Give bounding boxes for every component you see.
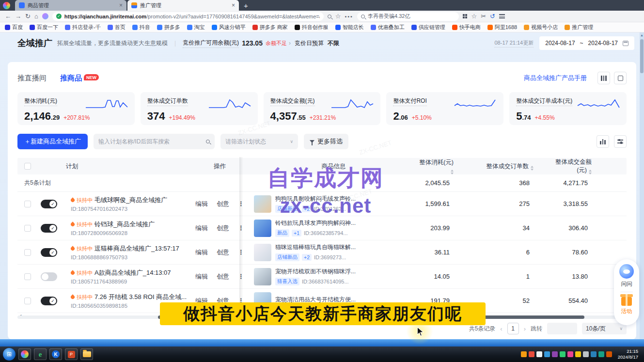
bookmark-item[interactable]: 百度 bbox=[5, 24, 23, 31]
edit-link[interactable]: 编辑 bbox=[195, 272, 208, 281]
more-filters-button[interactable]: 更多筛选 bbox=[304, 134, 348, 149]
bookmark-item[interactable]: 阿里1688 bbox=[487, 24, 517, 31]
more-actions-icon[interactable]: ⋮ bbox=[238, 273, 244, 280]
bookmark-item[interactable]: 拼多多 bbox=[157, 24, 180, 31]
ask-button[interactable]: 问问 bbox=[621, 281, 632, 288]
browser-logo-icon[interactable] bbox=[3, 2, 10, 9]
browser-tab-promotion[interactable]: 推广管理 × bbox=[127, 0, 239, 11]
row-checkbox[interactable] bbox=[24, 225, 31, 232]
tray-icon[interactable] bbox=[598, 351, 604, 357]
more-actions-icon[interactable]: ⋮ bbox=[238, 249, 244, 256]
header-amount[interactable]: 整体成交金额(元) bbox=[553, 158, 627, 174]
date-range-picker[interactable]: 2024-08-17 ~ 2024-08-17 bbox=[539, 36, 634, 50]
plan-search-input[interactable] bbox=[98, 138, 190, 145]
taskbar-ie-icon[interactable]: e bbox=[34, 348, 47, 360]
start-button[interactable]: ⊞ bbox=[3, 348, 16, 361]
column-settings-button[interactable] bbox=[597, 72, 610, 84]
row-toggle[interactable] bbox=[41, 224, 57, 233]
tray-icon[interactable] bbox=[536, 351, 542, 357]
bookmark-item[interactable]: 视频号小店 bbox=[524, 24, 558, 31]
creative-link[interactable]: 创意 bbox=[217, 200, 229, 208]
tray-icon[interactable] bbox=[591, 351, 597, 357]
zoom-search-icon[interactable] bbox=[328, 15, 331, 18]
bookmark-item[interactable]: 首页 bbox=[108, 24, 126, 31]
plan-name[interactable]: 7.26 开结梳 3.58 ROI 商品全域... bbox=[94, 293, 187, 301]
forward-icon[interactable]: → bbox=[15, 13, 21, 19]
row-checkbox[interactable] bbox=[24, 298, 31, 304]
row-checkbox[interactable] bbox=[24, 273, 31, 280]
taskbar-folder-icon[interactable] bbox=[80, 348, 93, 360]
back-icon[interactable]: ← bbox=[5, 13, 11, 19]
product-title[interactable]: 宠物开结梳双面不锈钢猫咪浮... bbox=[275, 268, 356, 276]
row-checkbox[interactable] bbox=[24, 249, 31, 256]
browser-menu-icon[interactable] bbox=[499, 14, 505, 18]
jump-page-input[interactable] bbox=[547, 323, 577, 334]
row-checkbox[interactable] bbox=[24, 201, 31, 207]
bookmark-item[interactable]: 抖音创作服 bbox=[295, 24, 329, 31]
tray-icon[interactable] bbox=[521, 351, 527, 357]
prev-page-icon[interactable]: ‹ bbox=[500, 325, 502, 332]
plan-name[interactable]: A款商品全域推广_14:13:07 bbox=[94, 268, 171, 277]
row-toggle[interactable] bbox=[41, 248, 57, 257]
tab-live-room[interactable]: 推直播间 bbox=[17, 74, 47, 83]
activity-button[interactable]: 活动 bbox=[621, 308, 632, 315]
taskbar-office-icon[interactable]: P bbox=[65, 348, 78, 360]
extension-icon[interactable] bbox=[42, 13, 48, 19]
chevron-right-icon[interactable]: › bbox=[289, 40, 291, 47]
bookmark-item[interactable]: 拼多多 商家 bbox=[252, 24, 288, 31]
plan-name[interactable]: 毛绒球啊俊_商品全域推广 bbox=[94, 196, 167, 205]
browser-tab-goods[interactable]: 商品管理 × bbox=[15, 0, 126, 11]
edit-link[interactable]: 编辑 bbox=[195, 224, 208, 233]
favorite-star-icon[interactable]: ☆ bbox=[335, 13, 341, 19]
bookmark-item[interactable]: 快手电商 bbox=[452, 24, 481, 31]
bookmark-item[interactable]: 抖店登录-千 bbox=[65, 24, 101, 31]
creative-link[interactable]: 创意 bbox=[217, 224, 229, 233]
next-page-icon[interactable]: › bbox=[524, 325, 526, 332]
product-title[interactable]: 铃铛款玩具球发声狗狗解闷神... bbox=[275, 219, 356, 227]
taskbar-clock[interactable]: 21:15 2024/8/17 bbox=[618, 348, 638, 360]
bookmark-item[interactable]: 抖音 bbox=[132, 24, 150, 31]
apps-grid-icon[interactable] bbox=[463, 14, 468, 19]
status-filter-select[interactable]: 请筛选计划状态 ∨ bbox=[220, 134, 298, 149]
bookmark-item[interactable]: 优惠叠加工 bbox=[371, 24, 405, 31]
sort-icon[interactable] bbox=[589, 170, 592, 174]
chart-view-button[interactable] bbox=[597, 135, 609, 148]
tray-icon[interactable] bbox=[529, 351, 534, 357]
vertical-scrollbar[interactable]: ▲ bbox=[640, 32, 644, 339]
creative-link[interactable]: 创意 bbox=[217, 272, 229, 281]
undo-icon[interactable]: ↺ bbox=[490, 13, 495, 19]
creative-link[interactable]: 创意 bbox=[217, 248, 229, 257]
tray-icon[interactable] bbox=[560, 351, 565, 357]
scrollbar-thumb[interactable] bbox=[640, 39, 644, 73]
taskbar-browser-icon[interactable] bbox=[18, 348, 31, 360]
tab-close-icon[interactable]: × bbox=[232, 2, 235, 8]
tray-icon[interactable] bbox=[606, 351, 612, 357]
product-title[interactable]: 狗狗玩具耐咬解闷毛绒发声铃... bbox=[275, 195, 356, 203]
select-all-checkbox[interactable] bbox=[24, 163, 31, 170]
row-toggle[interactable] bbox=[41, 200, 57, 208]
tab-close-icon[interactable]: × bbox=[119, 2, 123, 8]
tab-product[interactable]: 推商品NEW bbox=[60, 74, 99, 83]
more-actions-icon[interactable]: ⋮ bbox=[238, 224, 244, 232]
tray-icon[interactable] bbox=[544, 351, 550, 357]
browser-search-box[interactable] bbox=[357, 12, 459, 21]
edit-link[interactable]: 编辑 bbox=[195, 200, 208, 208]
taskbar-k-app-icon[interactable]: K bbox=[49, 348, 62, 360]
bookmark-item[interactable]: 智能店长 bbox=[335, 24, 364, 31]
tray-icon[interactable] bbox=[567, 351, 573, 357]
header-cost[interactable]: 整体消耗(元) bbox=[417, 158, 473, 174]
plan-search-box[interactable] bbox=[94, 134, 215, 149]
scissors-icon[interactable]: ✂ bbox=[481, 13, 486, 19]
header-orders[interactable]: 整体成交订单数 bbox=[473, 162, 553, 171]
page-number[interactable]: 1 bbox=[507, 323, 519, 334]
url-field[interactable]: ✓ https://qianchuan.jinritemai.com/promo… bbox=[52, 12, 324, 21]
scroll-up-icon[interactable]: ▲ bbox=[640, 33, 644, 37]
collect-star-icon[interactable]: ☆ bbox=[471, 13, 477, 19]
home-icon[interactable]: ⌂ bbox=[34, 13, 38, 19]
refresh-icon[interactable]: ↻ bbox=[25, 13, 31, 19]
new-tab-button[interactable]: + bbox=[244, 1, 248, 10]
manual-link[interactable]: 商品全域推广产品手册 bbox=[524, 74, 587, 82]
bookmark-item[interactable]: 淘宝 bbox=[187, 24, 205, 31]
row-toggle[interactable] bbox=[41, 297, 57, 305]
bookmark-item[interactable]: 百度一下 bbox=[30, 24, 58, 31]
